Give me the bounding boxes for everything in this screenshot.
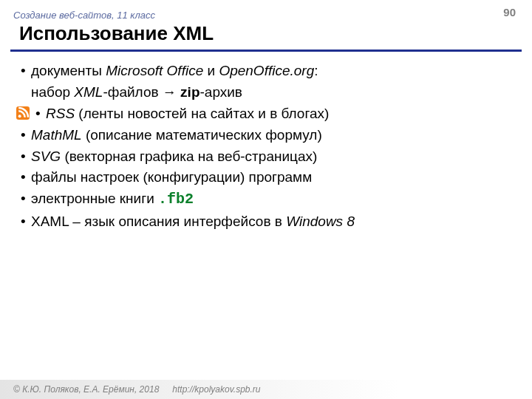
slide-title: Использование XML bbox=[19, 22, 519, 45]
title-row: Использование XML bbox=[0, 21, 532, 48]
text: XAML – язык описания интерфейсов в bbox=[31, 214, 286, 229]
text: электронные книги bbox=[31, 191, 158, 206]
text-em: RSS bbox=[46, 106, 75, 121]
footer-url: http://kpolyakov.spb.ru bbox=[172, 384, 260, 395]
text: набор bbox=[31, 84, 74, 100]
text: : bbox=[314, 63, 318, 78]
content: документы Microsoft Office и OpenOffice.… bbox=[0, 58, 532, 233]
text: -архив bbox=[200, 84, 242, 100]
text: (векторная графика на веб-страницах) bbox=[61, 149, 317, 164]
header-bar: Создание веб-сайтов, 11 класс bbox=[0, 0, 532, 21]
list-item: MathML (описание математических формул) bbox=[21, 125, 516, 146]
text-em: MathML bbox=[31, 127, 82, 143]
title-underline bbox=[10, 50, 522, 52]
text-code: .fb2 bbox=[158, 191, 194, 208]
copyright: © К.Ю. Поляков, Е.А. Ерёмин, 2018 bbox=[13, 384, 159, 395]
text-bold: zip bbox=[180, 84, 200, 100]
footer: © К.Ю. Поляков, Е.А. Ерёмин, 2018 http:/… bbox=[0, 380, 532, 399]
list-item: документы Microsoft Office и OpenOffice.… bbox=[21, 61, 516, 82]
list-item: SVG (векторная графика на веб-страницах) bbox=[21, 146, 516, 168]
text-em: Microsoft Office bbox=[106, 63, 203, 78]
bullet: • bbox=[35, 103, 46, 125]
list-item: файлы настроек (конфигурации) программ bbox=[21, 167, 516, 188]
list-subitem: набор XML-файлов → zip-архив bbox=[21, 82, 516, 103]
text-em: Windows 8 bbox=[286, 214, 355, 229]
text: документы bbox=[31, 63, 106, 78]
text: файлы настроек (конфигурации) программ bbox=[31, 169, 312, 185]
rss-icon bbox=[16, 106, 30, 120]
list-item: XAML – язык описания интерфейсов в Windo… bbox=[21, 211, 516, 233]
text: (ленты новостей на сайтах и в блогах) bbox=[75, 106, 329, 121]
slide: Создание веб-сайтов, 11 класс 90 Использ… bbox=[0, 0, 532, 399]
text-em: SVG bbox=[31, 149, 61, 164]
page-number: 90 bbox=[503, 6, 516, 18]
text: -файлов → bbox=[103, 84, 180, 100]
text-em: XML bbox=[74, 84, 103, 100]
text: и bbox=[203, 63, 219, 78]
text-em: OpenOffice.org bbox=[219, 63, 314, 78]
course-label: Создание веб-сайтов, 11 класс bbox=[13, 10, 155, 21]
list-item: •RSS (ленты новостей на сайтах и в блога… bbox=[16, 103, 516, 125]
list-item: электронные книги .fb2 bbox=[21, 188, 516, 211]
text: (описание математических формул) bbox=[82, 127, 322, 143]
svg-point-1 bbox=[18, 115, 21, 117]
